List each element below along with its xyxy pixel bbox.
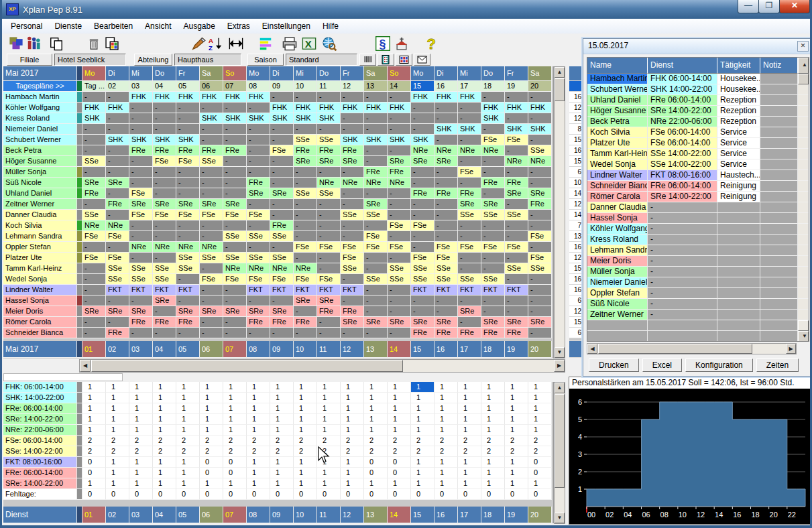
summary-value-cell[interactable]: 1 [481,457,505,468]
summary-label-cell[interactable]: SHK: 14:00-22:00 [3,393,77,403]
dialog-notiz-cell[interactable] [760,106,798,117]
summary-value-cell[interactable]: 2 [481,446,505,457]
shift-cell[interactable]: - [364,253,388,263]
staff-name-cell[interactable]: Meier Doris [3,306,77,317]
shift-cell[interactable]: FRe [106,199,129,210]
day-header[interactable]: Mo [82,66,106,81]
summary-value-cell[interactable]: 0 [388,468,411,478]
shift-cell[interactable]: SHK [82,113,106,124]
summary-value-cell[interactable]: 1 [411,457,434,468]
dialog-name-cell[interactable]: Meier Doris [587,256,648,267]
shift-cell[interactable]: - [82,145,106,156]
shift-cell[interactable]: - [223,317,247,328]
day-number-cell[interactable]: 16 [434,81,458,92]
staff-name-cell[interactable]: Lindner Walter [3,285,77,295]
dialog-dienst-cell[interactable]: SRe 14:00-22:00 [648,192,717,202]
shift-cell[interactable]: FHK [223,92,247,103]
summary-value-cell[interactable]: 0 [505,489,528,500]
shift-cell[interactable]: FRe [458,188,481,199]
shift-cell[interactable]: - [247,328,270,338]
shift-cell[interactable]: SHK [458,124,481,135]
shift-cell[interactable]: - [388,295,411,306]
summary-value-cell[interactable]: 1 [270,457,294,468]
shift-cell[interactable]: SHK [411,135,434,145]
shift-cell[interactable]: FRe [458,328,481,338]
shift-cell[interactable]: NRe [153,242,176,253]
summary-value-cell[interactable]: 1 [106,414,129,425]
summary-value-cell[interactable]: 0 [481,489,505,500]
shift-cell[interactable]: - [458,231,481,242]
day-number-cell[interactable]: 02 [106,81,129,92]
shift-cell[interactable]: - [364,285,388,295]
shift-cell[interactable]: SSe [505,210,528,220]
shift-cell[interactable]: FHK [153,92,176,103]
shift-cell[interactable]: SSe [458,210,481,220]
shift-cell[interactable]: - [270,178,294,188]
day-footer-cell[interactable]: 06 [200,341,223,358]
shift-cell[interactable]: - [317,92,341,103]
shift-cell[interactable]: - [176,295,200,306]
summary-value-cell[interactable]: 1 [341,478,364,489]
shift-cell[interactable]: SRe [176,306,200,317]
shift-cell[interactable]: - [176,328,200,338]
summary-value-cell[interactable]: 0 [200,489,223,500]
summary-value-cell[interactable]: 1 [411,414,434,425]
dialog-dienst-cell[interactable]: - [648,310,717,320]
edit-pen-icon[interactable] [191,36,206,51]
summary-value-cell[interactable]: 1 [129,457,153,468]
shift-cell[interactable]: FHK [388,103,411,113]
shift-cell[interactable]: SSe [505,263,528,274]
shift-cell[interactable]: - [129,167,153,178]
summary-value-cell[interactable]: 1 [388,425,411,436]
shift-cell[interactable]: - [528,178,552,188]
shift-cell[interactable]: - [388,124,411,135]
dialog-dienst-cell[interactable]: - [648,235,717,245]
shift-cell[interactable]: - [106,113,129,124]
shift-cell[interactable]: FSe [82,253,106,263]
shift-cell[interactable]: SSe [411,274,434,285]
shift-cell[interactable]: FRe [481,178,505,188]
summary-value-cell[interactable]: 1 [247,457,270,468]
shift-cell[interactable]: - [528,242,552,253]
summary-day-footer-cell[interactable]: 19 [505,507,528,523]
shift-cell[interactable]: - [364,113,388,124]
shift-cell[interactable]: FSe [106,231,129,242]
shift-cell[interactable]: - [106,124,129,135]
summary-value-cell[interactable]: 1 [294,468,317,478]
copy-special-icon[interactable] [105,36,119,51]
shift-cell[interactable]: - [434,220,458,231]
shift-cell[interactable]: - [434,135,458,145]
shift-cell[interactable]: NRe [481,145,505,156]
shift-cell[interactable]: - [223,285,247,295]
shift-cell[interactable]: - [481,92,505,103]
summary-value-cell[interactable]: 2 [176,436,200,446]
shift-cell[interactable]: - [270,328,294,338]
summary-value-cell[interactable]: 1 [129,403,153,414]
dialog-name-cell[interactable]: Römer Carola [587,192,648,202]
staff-name-cell[interactable]: Süß Nicole [3,178,77,188]
shift-cell[interactable]: - [176,231,200,242]
dialog-name-cell[interactable]: Köhler Wolfgang [587,224,648,235]
summary-value-cell[interactable]: 1 [153,403,176,414]
shift-cell[interactable]: SRe [129,199,153,210]
shift-cell[interactable]: - [341,124,364,135]
summary-day-footer-cell[interactable]: 18 [481,507,505,523]
summary-value-cell[interactable]: 1 [411,425,434,436]
summary-value-cell[interactable]: 1 [528,403,552,414]
shift-cell[interactable]: FKT [270,285,294,295]
shift-cell[interactable]: FKT [176,285,200,295]
shift-cell[interactable]: SSe [481,274,505,285]
summary-value-cell[interactable]: 1 [129,414,153,425]
summary-value-cell[interactable]: 2 [364,446,388,457]
summary-label-cell[interactable]: NRe: 22:00-06:00 [3,425,77,436]
shift-cell[interactable]: SSe [481,210,505,220]
day-number-cell[interactable]: 17 [458,81,481,92]
shift-cell[interactable]: SRe [528,188,552,199]
dialog-notiz-cell[interactable] [760,127,798,138]
shift-cell[interactable]: - [317,328,341,338]
shift-cell[interactable]: - [481,156,505,167]
shift-cell[interactable]: FHK [129,92,153,103]
shift-cell[interactable]: - [341,113,364,124]
day-header[interactable]: Do [153,66,176,81]
shift-cell[interactable]: - [106,188,129,199]
